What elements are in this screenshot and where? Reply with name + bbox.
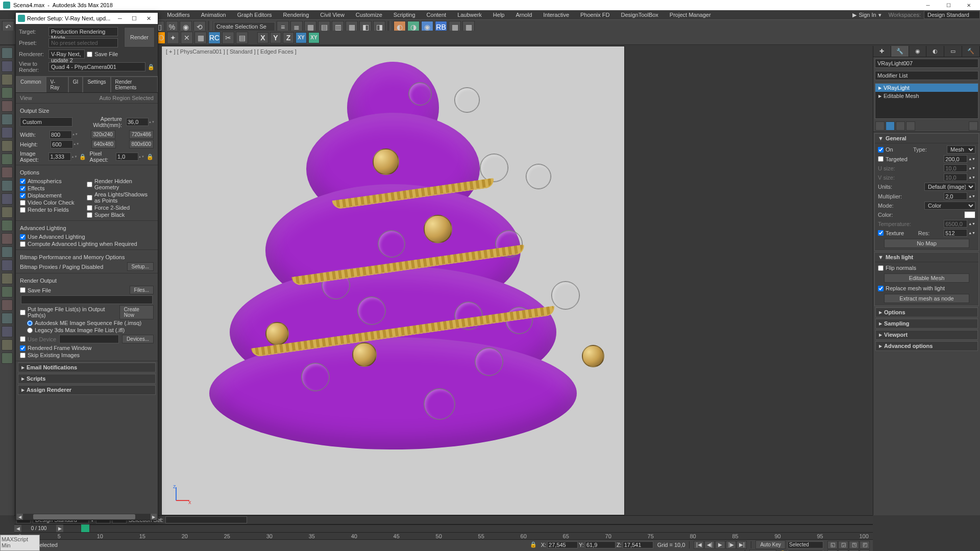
close-button[interactable]: ✕: [959, 0, 979, 10]
workspace-combo[interactable]: Design Standard: [924, 11, 980, 19]
menu-modifiers[interactable]: Modifiers: [162, 11, 195, 19]
btn-extract[interactable]: Extract mesh as node: [884, 294, 969, 303]
tab-renderelements[interactable]: Render Elements: [111, 77, 158, 92]
render-window-title-bar[interactable]: Render Setup: V-Ray Next, upd... ─ ☐ ✕: [16, 13, 158, 24]
type-combo[interactable]: Mesh: [947, 145, 975, 154]
files-btn[interactable]: Files...: [130, 286, 154, 294]
devices-btn[interactable]: Devices...: [122, 335, 154, 343]
radio-imsq[interactable]: Autodesk ME Image Sequence File (.imsq): [20, 319, 154, 327]
st-5[interactable]: ▤: [236, 32, 248, 44]
menu-interactive[interactable]: Interactive: [538, 11, 574, 19]
toggle-1[interactable]: ≡: [277, 21, 289, 33]
tab-vray[interactable]: V-Ray: [46, 77, 68, 92]
cmd-tab-utilities[interactable]: 🔨: [962, 46, 980, 57]
cb-alsp[interactable]: Area Lights/Shadows as Points: [87, 191, 154, 204]
menu-projectmanager[interactable]: Project Manager: [665, 11, 716, 19]
imgaspect-input[interactable]: [48, 153, 71, 161]
ld-19[interactable]: [2, 286, 13, 297]
vtr-combo[interactable]: Quad 4 - PhysCamera001: [48, 62, 145, 71]
create-now-btn[interactable]: Create Now: [119, 305, 154, 319]
cb-skip[interactable]: Skip Existing Images: [20, 352, 154, 359]
cb-effects[interactable]: Effects: [20, 185, 87, 192]
ld-8[interactable]: [2, 140, 13, 152]
rendered-frame-button[interactable]: ◉: [421, 21, 433, 33]
ld-11[interactable]: [2, 180, 13, 191]
modifier-list-combo[interactable]: Modifier List: [875, 71, 978, 80]
modifier-stack[interactable]: ▶VRayLight ▶Editable Mesh: [875, 83, 978, 119]
toggle-4[interactable]: ▤: [318, 21, 330, 33]
ld-14[interactable]: [2, 220, 13, 231]
ld-12[interactable]: [2, 193, 13, 205]
height-input[interactable]: [51, 140, 73, 148]
ld-13[interactable]: [2, 207, 13, 218]
menu-arnold[interactable]: Arnold: [510, 11, 537, 19]
nav-3[interactable]: ◳: [849, 541, 859, 549]
bitmap-setup-btn[interactable]: Setup...: [127, 262, 154, 271]
auto-region-cb[interactable]: Auto Region Selected: [100, 95, 154, 101]
menu-rendering[interactable]: Rendering: [278, 11, 314, 19]
misc-2[interactable]: ▦: [462, 21, 475, 33]
maxscript-mini[interactable]: MAXScript Min: [0, 535, 40, 551]
menu-animation[interactable]: Animation: [196, 11, 231, 19]
misc-1[interactable]: ▦: [449, 21, 461, 33]
object-name-input[interactable]: [875, 59, 978, 68]
lock-icon-2[interactable]: 🔒: [79, 154, 86, 160]
res-input[interactable]: [944, 229, 967, 237]
preset-640[interactable]: 640x480: [91, 140, 116, 148]
tab-settings[interactable]: Settings: [83, 77, 110, 92]
toggle-7[interactable]: ◧: [359, 21, 372, 33]
file-path-input[interactable]: [21, 295, 153, 304]
cmd-tab-create[interactable]: ✚: [873, 46, 891, 57]
preset-800[interactable]: 800x600: [129, 140, 154, 148]
cb-sb[interactable]: Super Black: [87, 211, 154, 218]
meshlight-hdr[interactable]: ▼Mesh light: [875, 253, 978, 262]
cb-displacement[interactable]: Displacement: [20, 192, 87, 199]
stack-vraylight[interactable]: ▶VRayLight: [875, 84, 978, 92]
ld-22[interactable]: [2, 326, 13, 337]
menu-laubwerk[interactable]: Laubwerk: [452, 11, 487, 19]
cb-replace[interactable]: Replace mesh with light: [878, 285, 975, 292]
signin-button[interactable]: ▶ Sign In ▾: [848, 12, 885, 18]
panel-hscroll[interactable]: ◀▶: [18, 514, 151, 520]
tab-gi[interactable]: GI: [68, 77, 83, 92]
next-frame[interactable]: |▶: [726, 541, 736, 549]
lock-status-icon[interactable]: 🔒: [530, 541, 537, 548]
cmd-tab-hierarchy[interactable]: ◉: [909, 46, 927, 57]
cb-flip[interactable]: Flip normals: [878, 264, 975, 271]
ld-15[interactable]: [2, 233, 13, 244]
menu-customize[interactable]: Customize: [351, 11, 387, 19]
selset-combo[interactable]: [165, 516, 247, 523]
units-combo[interactable]: Default (image): [924, 183, 975, 191]
render-button[interactable]: Render: [124, 27, 155, 47]
st-1[interactable]: ✦: [167, 32, 179, 44]
preset-combo[interactable]: No preset selected: [48, 38, 118, 47]
nav-4[interactable]: ◰: [860, 541, 870, 549]
ld-24[interactable]: [2, 353, 13, 364]
play[interactable]: ▶: [715, 541, 725, 549]
frame-next[interactable]: ▶: [56, 525, 63, 532]
viewport[interactable]: [ + ] [ PhysCamera001 ] [ Standard ] [ E…: [161, 46, 625, 515]
ld-7[interactable]: [2, 127, 13, 138]
toggle-8[interactable]: ◨: [373, 21, 385, 33]
prev-frame[interactable]: ◀|: [704, 541, 715, 549]
ro-viewport[interactable]: ▶Viewport: [875, 330, 978, 340]
cb-rfw[interactable]: Rendered Frame Window: [20, 344, 154, 352]
preset-720[interactable]: 720x486: [129, 130, 154, 139]
minimize-button[interactable]: ─: [918, 0, 938, 10]
render-setup-button[interactable]: ◑: [407, 21, 420, 33]
menu-scripting[interactable]: Scripting: [388, 11, 421, 19]
mb-4[interactable]: [906, 121, 915, 131]
cmd-tab-motion[interactable]: ◐: [926, 46, 944, 57]
preset-320[interactable]: 320x240: [91, 130, 115, 139]
ld-2[interactable]: [2, 61, 13, 72]
nomap-button[interactable]: No Map: [884, 239, 969, 248]
toggle-3[interactable]: ▦: [304, 21, 316, 33]
toggle-5[interactable]: ▥: [332, 21, 344, 33]
mb-2[interactable]: [886, 121, 895, 131]
st-3[interactable]: ▦: [194, 32, 207, 44]
nav-2[interactable]: ◲: [838, 541, 848, 549]
cb-texture[interactable]: Texture: [878, 230, 904, 237]
selection-set-combo[interactable]: Create Selection Se: [214, 22, 275, 32]
ld-9[interactable]: [2, 154, 13, 165]
menu-phoenixfd[interactable]: Phoenix FD: [575, 11, 615, 19]
